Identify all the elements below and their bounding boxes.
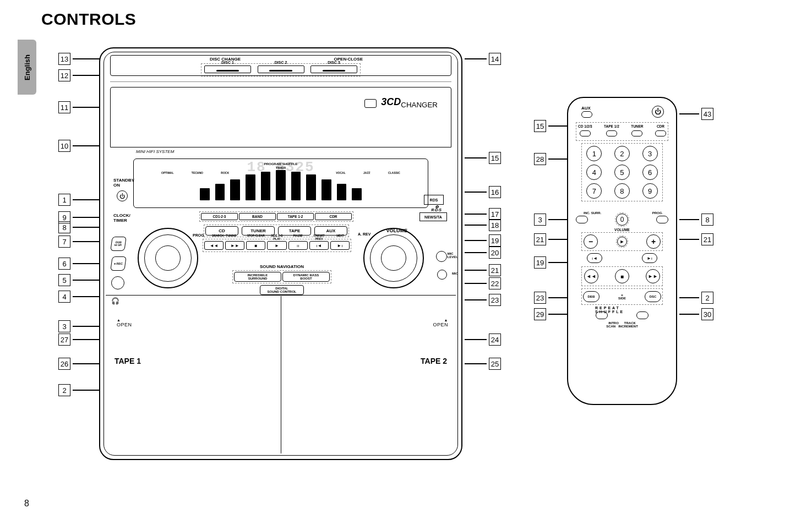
remote-prev-button: ı◄ <box>587 253 602 263</box>
remote-prog-button <box>656 216 668 223</box>
callout-3: 3 <box>534 214 568 226</box>
clock-timer-label: CLOCK/ TIMER <box>113 214 130 223</box>
callout-18: 18 <box>465 219 501 231</box>
compact-disc-logo <box>364 99 377 108</box>
remote-diagram: AUX ⏻ CD 1/2/3 TAPE 1/2 TUNER CDR 1 2 3 … <box>567 97 677 405</box>
display-panel: 3CDCHANGER <box>110 87 451 147</box>
remote-power-icon: ⏻ <box>652 106 664 118</box>
key-1: 1 <box>586 146 602 161</box>
key-9: 9 <box>642 183 658 199</box>
mini-hifi-label: MINI HIFI SYSTEM <box>136 149 174 154</box>
disc-1-slot: DISC 1 <box>204 65 251 73</box>
transport-row: SEARCH · TUNING STOP·CLEAR SIDE A·B PLAY… <box>203 239 351 252</box>
key-8: 8 <box>614 183 630 199</box>
mic-level-label: MIC LEVEL <box>448 252 458 259</box>
stereo-unit-diagram: DISC CHANGE OPEN·CLOSE DISC 1 DISC 2 DIS… <box>99 47 462 460</box>
play-button: ► <box>267 241 286 250</box>
disc-3-slot: DISC 3 <box>310 65 357 73</box>
callout-28: 28 <box>534 153 568 165</box>
remote-aux: AUX <box>581 106 592 118</box>
callout-10: 10 <box>58 140 100 152</box>
callout-26: 26 <box>58 358 100 370</box>
callout-7: 7 <box>58 236 100 248</box>
key-2: 2 <box>614 146 630 161</box>
remote-side-label: ıı SIDE <box>618 293 626 300</box>
remote-tape-button: TAPE 1/2 <box>604 124 619 139</box>
ffwd-button: ►► <box>225 241 244 250</box>
remote-vol-up: + <box>646 234 661 249</box>
page-title: CONTROLS <box>41 10 136 29</box>
next-button: ►ı <box>330 241 350 250</box>
remote-repeat-shuffle-buttons <box>596 311 648 319</box>
remote-source-row: CD 1/2/3 TAPE 1/2 TUNER CDR <box>576 122 668 141</box>
dbb-button: DYNAMIC BASS BOOST <box>282 272 330 282</box>
remote-cdr-button: CDR <box>655 124 666 139</box>
auto-reverse-label: A. REV <box>358 232 370 236</box>
callout-19: 19 <box>465 234 501 247</box>
callout-24: 24 <box>465 333 501 346</box>
volume-knob <box>363 228 424 288</box>
prev-button: ı◄ <box>309 241 329 250</box>
stop-button: ■ <box>246 241 265 250</box>
band-button: BAND <box>239 213 276 220</box>
cd123-button: CD1·2·3 <box>201 213 238 220</box>
callout-11: 11 <box>58 101 100 113</box>
callout-22: 22 <box>465 277 501 289</box>
callout-5: 5 <box>58 274 100 286</box>
source-selector-row: CD1·2·3 BAND TAPE 1·2 CDR <box>199 211 353 222</box>
remote-tuner-button: TUNER <box>631 124 643 139</box>
mic-level-knob <box>436 251 447 262</box>
rewind-button: ◄◄ <box>204 241 224 250</box>
remote-cd-button: CD 1/2/3 <box>578 124 592 139</box>
news-ta-button: NEWS/TA <box>419 212 447 221</box>
prog-label: PROG <box>193 233 204 237</box>
page-number: 8 <box>24 499 29 508</box>
callout-16: 16 <box>465 186 501 198</box>
dsc-button: DIGITAL SOUND CONTROL <box>260 285 304 295</box>
remote-dsc-button: DSC <box>645 291 661 302</box>
callout-12: 12 <box>58 69 100 81</box>
remote-rewind-button: ◄◄ <box>584 269 598 283</box>
disc-tray-area: DISC CHANGE OPEN·CLOSE DISC 1 DISC 2 DIS… <box>110 55 451 76</box>
key-6: 6 <box>642 165 658 180</box>
cd-changer-logo: 3CDCHANGER <box>381 97 438 109</box>
remote-intro-track-label: INTRO TRACK SCAN INCREMENT <box>606 321 638 328</box>
rds-logo: R·D·S <box>431 206 442 212</box>
callout-19: 19 <box>534 256 568 269</box>
callout-25: 25 <box>465 358 501 370</box>
language-tab: English <box>18 40 36 95</box>
callout-14: 14 <box>465 53 501 65</box>
remote-vol-down: − <box>584 234 598 249</box>
callout-43: 43 <box>679 108 713 120</box>
remote-transport-row: ◄◄ ■ ►► <box>581 266 663 286</box>
key-3: 3 <box>642 146 658 161</box>
remote-repeat-button <box>596 311 608 319</box>
headphone-icon: 🎧 <box>111 297 119 305</box>
callout-21: 21 <box>534 233 568 245</box>
callout-23: 23 <box>465 294 501 306</box>
tape-2-label: TAPE 2 <box>421 357 447 365</box>
incredible-surround-button: INCREDIBLE SURROUND <box>234 272 281 282</box>
remote-volume-row: − ► + <box>581 232 663 251</box>
remote-sound-row: DBB ıı SIDE DSC <box>581 288 663 305</box>
sound-navigation: SOUND NAVIGATION INCREDIBLE SURROUND DYN… <box>232 264 331 295</box>
callout-30: 30 <box>679 308 713 320</box>
callout-17: 17 <box>465 208 501 220</box>
rec-button: REC <box>110 256 127 271</box>
callout-29: 29 <box>534 308 568 320</box>
mic-label: MIC <box>452 272 458 275</box>
callout-20: 20 <box>465 247 501 259</box>
callout-3: 3 <box>58 320 100 332</box>
lcd-display: MINI HIFI SYSTEM PROGRAM SHUFFLE TIMER 1… <box>133 158 428 208</box>
disc-2-slot: DISC 2 <box>258 65 304 73</box>
mic-jack <box>437 270 447 280</box>
pause-button: ıı <box>288 241 308 250</box>
dub-button: DUB HI SP. <box>110 237 127 251</box>
callout-8: 8 <box>58 221 100 233</box>
open-1-label: OPEN <box>117 318 132 327</box>
key-5: 5 <box>614 165 630 180</box>
remote-dbb-button: DBB <box>583 291 600 302</box>
remote-stop-button: ■ <box>615 269 629 283</box>
jog-dial <box>138 228 198 288</box>
callout-15: 15 <box>534 120 568 132</box>
